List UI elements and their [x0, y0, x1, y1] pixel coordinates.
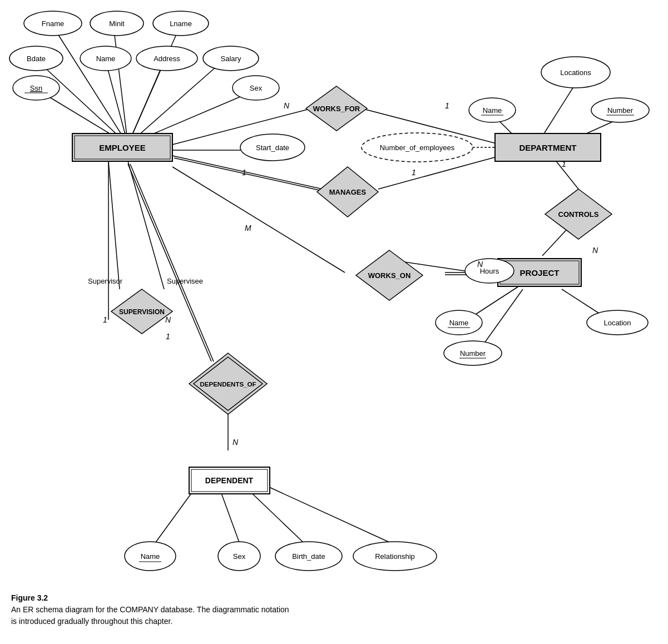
dep-name-attr: Name: [141, 552, 160, 561]
one-depof-emp: 1: [166, 332, 170, 341]
svg-line-27: [108, 161, 120, 289]
bdate-attr: Bdate: [27, 55, 46, 63]
dependent-label: DEPENDENT: [205, 476, 254, 485]
proj-name-attr: Name: [449, 319, 469, 327]
figure-caption: Figure 3.2 An ER schema diagram for the …: [11, 592, 289, 627]
controls-label: CONTROLS: [558, 210, 599, 219]
start-date-attr: Start_date: [256, 143, 289, 152]
svg-line-14: [172, 156, 323, 189]
works-on-label: WORKS_ON: [368, 271, 411, 280]
location-attr: Location: [603, 319, 631, 327]
caption-line1: An ER schema diagram for the COMPANY dat…: [11, 605, 289, 614]
relationship-attr: Relationship: [375, 552, 415, 561]
department-label: DEPARTMENT: [519, 143, 576, 152]
lname-attr: Lname: [170, 19, 192, 28]
one-works-for-dept: 1: [445, 101, 449, 110]
ssn-attr: Ssn: [30, 84, 42, 92]
svg-line-11: [542, 83, 576, 136]
n-supervision-sup: N: [165, 315, 171, 324]
caption-line2: is introduced gradually throughout this …: [11, 617, 172, 626]
n-depof-dep: N: [232, 438, 239, 447]
n-works-on-proj: N: [477, 260, 483, 269]
svg-line-23: [556, 161, 578, 189]
locations-attr: Locations: [560, 68, 591, 77]
svg-line-29: [128, 161, 164, 289]
dept-number-attr: Number: [607, 106, 634, 115]
dep-sex-attr: Sex: [233, 552, 246, 561]
svg-line-4: [106, 61, 128, 145]
sex-emp-attr: Sex: [250, 84, 263, 92]
m-works-on-emp: M: [245, 224, 251, 232]
num-employees-attr: Number_of_employees: [380, 143, 455, 152]
one-controls-dept: 1: [562, 160, 566, 169]
emp-name-attr: Name: [96, 55, 116, 63]
n-controls-proj: N: [592, 246, 598, 255]
supervision-label: SUPERVISION: [119, 308, 165, 316]
svg-line-36: [256, 481, 389, 542]
proj-number-attr: Number: [460, 349, 486, 358]
dept-name-attr: Name: [483, 106, 502, 115]
svg-line-5: [128, 61, 164, 145]
works-for-label: WORKS_FOR: [313, 105, 360, 113]
supervisee-label: Supervisee: [167, 277, 203, 285]
address-attr: Address: [154, 55, 180, 63]
minit-attr: Minit: [109, 19, 125, 28]
svg-line-15: [174, 158, 324, 191]
salary-attr: Salary: [221, 55, 241, 63]
dependents-of-label: DEPENDENTS_OF: [200, 381, 256, 388]
one-manages-dept: 1: [412, 168, 416, 177]
svg-line-6: [128, 61, 222, 145]
one-manages-emp: 1: [242, 168, 246, 177]
one-supervision-sup: 1: [103, 315, 107, 324]
fname-attr: Fname: [42, 19, 64, 28]
birth-date-attr: Birth_date: [292, 552, 325, 561]
svg-line-25: [481, 289, 523, 348]
n-works-for-emp: N: [284, 101, 290, 110]
project-label: PROJECT: [520, 268, 560, 278]
supervisor-label: Supervisor: [88, 277, 123, 285]
figure-label: Figure 3.2: [11, 593, 48, 602]
svg-line-18: [172, 167, 345, 273]
employee-label: EMPLOYEE: [99, 143, 145, 152]
manages-label: MANAGES: [329, 188, 367, 196]
